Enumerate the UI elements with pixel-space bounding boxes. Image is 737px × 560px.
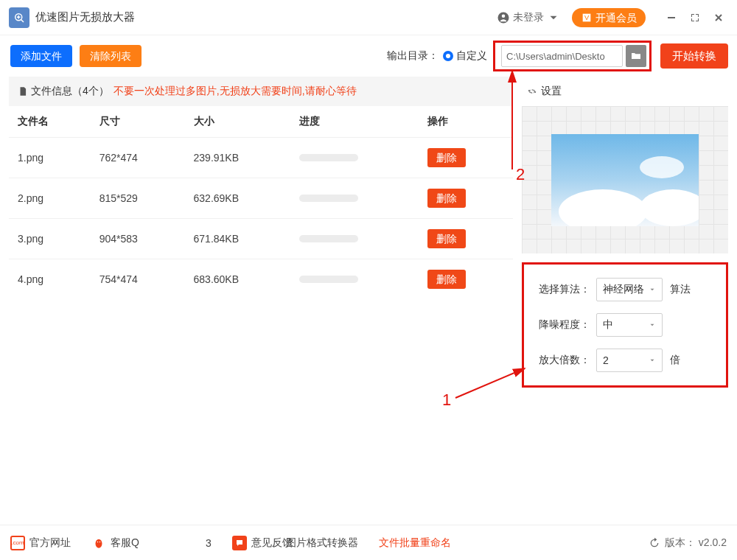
cell-progress <box>290 259 419 300</box>
algorithm-value: 神经网络 <box>603 283 644 296</box>
cell-dimensions: 904*583 <box>91 219 185 259</box>
add-files-button[interactable]: 添加文件 <box>10 45 72 67</box>
app-icon <box>9 7 29 28</box>
cell-dimensions: 815*529 <box>91 178 185 219</box>
progress-bar <box>299 235 358 242</box>
svg-point-14 <box>99 541 101 542</box>
svg-text:V: V <box>584 14 590 21</box>
file-info-bar: 文件信息（4个） 不要一次处理过多图片,无损放大需要时间,请耐心等待 <box>9 77 513 106</box>
cell-filename: 2.png <box>9 178 91 219</box>
scale-suffix: 倍 <box>670 354 680 367</box>
user-icon <box>497 11 510 24</box>
output-path-input[interactable] <box>501 45 623 67</box>
progress-bar <box>299 276 358 283</box>
algorithm-row: 选择算法： 神经网络 算法 <box>534 278 716 301</box>
file-count-label: 文件信息（4个） <box>31 85 109 98</box>
vip-label: 开通会员 <box>595 8 637 27</box>
col-filename: 文件名 <box>9 106 91 138</box>
folder-icon <box>630 50 642 62</box>
chevron-down-icon <box>649 321 656 329</box>
table-row: 2.png 815*529 632.69KB 删除 <box>9 178 513 219</box>
settings-header: 设置 <box>522 77 728 106</box>
progress-bar <box>299 195 358 202</box>
browse-folder-button[interactable] <box>626 45 646 67</box>
denoise-value: 中 <box>603 318 613 332</box>
cell-filesize: 632.69KB <box>185 178 290 219</box>
cell-filename: 4.png <box>9 259 91 300</box>
cell-ops: 删除 <box>419 219 513 259</box>
maximize-button[interactable] <box>685 8 705 27</box>
cell-dimensions: 762*474 <box>91 138 185 178</box>
chevron-down-icon <box>649 357 656 364</box>
scale-value: 2 <box>603 354 609 366</box>
refresh-icon <box>649 537 660 549</box>
cell-filesize: 239.91KB <box>185 138 290 178</box>
scale-select[interactable]: 2 <box>596 349 663 372</box>
col-dimensions: 尺寸 <box>91 106 185 138</box>
app-title: 优速图片无损放大器 <box>35 10 135 24</box>
col-progress: 进度 <box>290 106 419 138</box>
scale-label: 放大倍数： <box>534 354 590 367</box>
delete-button[interactable]: 删除 <box>427 270 466 289</box>
vip-button[interactable]: V 开通会员 <box>572 8 646 27</box>
delete-button[interactable]: 删除 <box>427 229 466 248</box>
algorithm-select[interactable]: 神经网络 <box>596 278 663 301</box>
custom-radio[interactable] <box>443 51 453 61</box>
custom-radio-label[interactable]: 自定义 <box>456 49 487 63</box>
qq-support-link[interactable]: 客服Q 3 <box>91 536 212 550</box>
preview-image <box>551 134 699 226</box>
official-site-link[interactable]: .com 官方网址 <box>10 536 71 550</box>
file-table: 文件名 尺寸 大小 进度 操作 1.png 762*474 239.91KB 删… <box>9 106 513 299</box>
cell-ops: 删除 <box>419 138 513 178</box>
algorithm-suffix: 算法 <box>670 283 691 296</box>
site-icon: .com <box>10 536 25 550</box>
table-row: 4.png 754*474 683.60KB 删除 <box>9 259 513 300</box>
version-info[interactable]: 版本： v2.0.2 <box>649 536 727 550</box>
gear-icon <box>526 85 538 97</box>
chevron-down-icon <box>547 11 560 24</box>
cell-progress <box>290 138 419 178</box>
login-dropdown[interactable]: 未登录 <box>497 11 563 24</box>
settings-panel: 设置 选择算法： 神经网络 算法 降噪程度： 中 <box>522 77 728 519</box>
minimize-button[interactable] <box>662 8 681 27</box>
vip-icon: V <box>581 12 593 24</box>
settings-header-label: 设置 <box>541 85 562 98</box>
start-convert-button[interactable]: 开始转换 <box>660 43 728 69</box>
table-row: 1.png 762*474 239.91KB 删除 <box>9 138 513 178</box>
col-filesize: 大小 <box>185 106 290 138</box>
cell-progress <box>290 178 419 219</box>
preview-area <box>522 106 728 253</box>
scale-row: 放大倍数： 2 倍 <box>534 349 716 372</box>
feedback-icon <box>232 536 247 550</box>
table-row: 3.png 904*583 671.84KB 删除 <box>9 219 513 259</box>
denoise-label: 降噪程度： <box>534 318 590 332</box>
cell-progress <box>290 219 419 259</box>
algorithm-label: 选择算法： <box>534 283 590 296</box>
footer-bar: .com 官方网址 客服Q 3 意见反馈 图片格式转换器 文件批量重命名 版本：… <box>0 525 737 560</box>
cell-filesize: 671.84KB <box>185 219 290 259</box>
cell-ops: 删除 <box>419 178 513 219</box>
document-icon <box>18 86 28 97</box>
svg-line-1 <box>21 19 24 22</box>
cell-filesize: 683.60KB <box>185 259 290 300</box>
title-bar: 优速图片无损放大器 未登录 V 开通会员 <box>0 0 737 35</box>
cell-ops: 删除 <box>419 259 513 300</box>
chevron-down-icon <box>649 286 656 293</box>
delete-button[interactable]: 删除 <box>427 189 466 208</box>
clear-list-button[interactable]: 清除列表 <box>80 45 142 67</box>
close-button[interactable] <box>709 8 728 27</box>
footer-link-rename[interactable]: 文件批量重命名 <box>379 536 451 550</box>
login-label: 未登录 <box>513 11 544 24</box>
footer-center-links: 图片格式转换器 文件批量重命名 <box>276 536 461 550</box>
toolbar: 添加文件 清除列表 输出目录： 自定义 开始转换 <box>0 35 737 77</box>
svg-point-13 <box>97 541 99 542</box>
version-label: 版本： v2.0.2 <box>665 536 727 550</box>
file-warning: 不要一次处理过多图片,无损放大需要时间,请耐心等待 <box>113 85 357 98</box>
denoise-row: 降噪程度： 中 <box>534 313 716 337</box>
denoise-select[interactable]: 中 <box>596 313 663 337</box>
delete-button[interactable]: 删除 <box>427 148 466 167</box>
file-panel: 文件信息（4个） 不要一次处理过多图片,无损放大需要时间,请耐心等待 文件名 尺… <box>9 77 513 519</box>
footer-link-format[interactable]: 图片格式转换器 <box>286 536 358 550</box>
cell-filename: 3.png <box>9 219 91 259</box>
svg-point-5 <box>502 14 506 18</box>
